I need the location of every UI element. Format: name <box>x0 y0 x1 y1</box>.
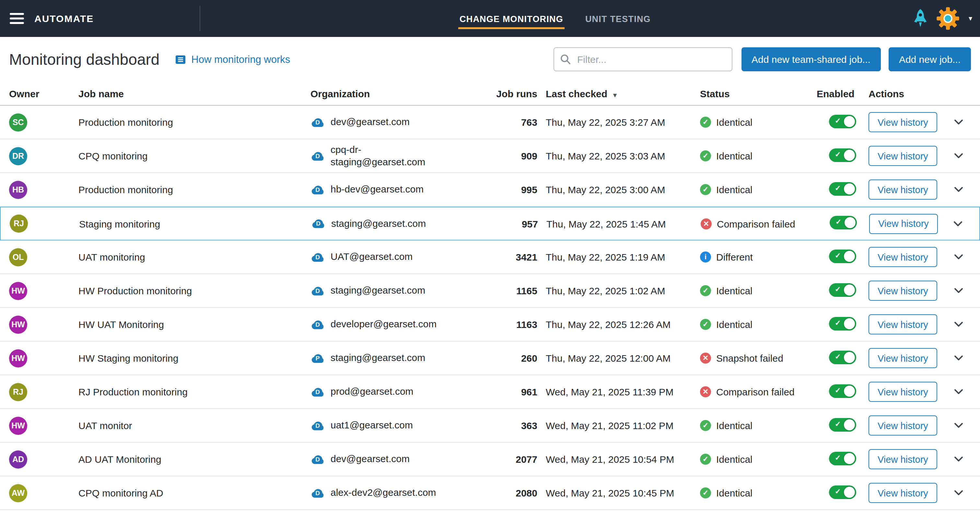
tab-change-monitoring[interactable]: CHANGE MONITORING <box>458 8 565 29</box>
table-row[interactable]: RJ RJ Production monitoring D prod@gears… <box>0 375 980 409</box>
enabled-toggle[interactable]: ✓ <box>830 216 857 229</box>
view-history-button[interactable]: View history <box>869 449 937 469</box>
chevron-down-icon[interactable] <box>953 221 963 226</box>
chevron-down-icon[interactable] <box>954 389 963 395</box>
owner-cell: HW <box>9 282 78 300</box>
enabled-toggle[interactable]: ✓ <box>829 451 856 465</box>
status-cell: ✕ Comparison failed <box>700 386 817 397</box>
status-text: Identical <box>716 117 752 128</box>
org-email: prod@gearset.com <box>331 386 414 398</box>
table-row[interactable]: HW HW Production monitoring D staging@ge… <box>0 274 980 308</box>
org-cloud-icon: D <box>310 185 325 194</box>
table-row[interactable]: HB Production monitoring D hb-dev@gearse… <box>0 173 980 207</box>
view-history-button[interactable]: View history <box>869 314 937 335</box>
status-text: Identical <box>716 319 752 330</box>
toggle-knob <box>844 150 855 161</box>
chevron-down-icon[interactable] <box>954 186 963 193</box>
add-new-job-button[interactable]: Add new job... <box>889 47 971 71</box>
table-row[interactable]: HW UAT monitor D uat1@gearset.com 363 We… <box>0 409 980 443</box>
job-name: AD UAT Monitoring <box>78 454 310 465</box>
chevron-down-icon[interactable] <box>954 254 963 260</box>
table-row[interactable]: HW HW UAT Monitoring D developer@gearset… <box>0 308 980 342</box>
view-history-button[interactable]: View history <box>869 280 937 301</box>
table-row[interactable]: SC Production monitoring D dev@gearset.c… <box>0 106 980 139</box>
enabled-toggle[interactable]: ✓ <box>829 418 856 431</box>
table-row[interactable]: HW HW Staging monitoring P staging@gears… <box>0 342 980 375</box>
view-history-button[interactable]: View history <box>869 146 937 166</box>
org-type-letter: P <box>310 355 325 361</box>
view-history-button[interactable]: View history <box>869 483 937 503</box>
table-row[interactable]: AD AD UAT Monitoring D dev@gearset.com 2… <box>0 443 980 476</box>
book-icon <box>175 54 186 64</box>
how-monitoring-works-label: How monitoring works <box>191 54 290 65</box>
col-last-checked[interactable]: Last checked ▾ <box>537 88 700 99</box>
tab-unit-testing[interactable]: UNIT TESTING <box>584 8 652 29</box>
avatar: RJ <box>9 383 27 401</box>
org-type-letter: D <box>310 288 325 294</box>
view-history-button[interactable]: View history <box>869 382 937 402</box>
enabled-toggle[interactable]: ✓ <box>829 283 856 296</box>
status-text: Comparison failed <box>716 386 795 397</box>
org-email: dev@gearset.com <box>331 453 410 465</box>
user-menu-caret-icon[interactable]: ▾ <box>969 14 972 23</box>
last-checked: Wed, May 21, 2025 11:39 PM <box>537 386 700 397</box>
table-row[interactable]: DR CPQ monitoring D cpq-dr-staging@gears… <box>0 139 980 173</box>
add-team-shared-job-button[interactable]: Add new team-shared job... <box>741 47 881 71</box>
toggle-check-icon: ✓ <box>835 454 841 461</box>
job-runs: 961 <box>492 386 537 397</box>
enabled-toggle[interactable]: ✓ <box>829 384 856 398</box>
chevron-down-icon[interactable] <box>954 153 963 159</box>
view-history-button[interactable]: View history <box>869 213 938 234</box>
chevron-down-icon[interactable] <box>954 456 963 462</box>
view-history-button[interactable]: View history <box>869 348 937 368</box>
enabled-toggle[interactable]: ✓ <box>829 182 856 195</box>
view-history-button[interactable]: View history <box>869 180 937 200</box>
menu-icon[interactable] <box>10 10 24 27</box>
view-history-button[interactable]: View history <box>869 247 937 267</box>
status-text: Identical <box>716 285 752 296</box>
chevron-down-icon[interactable] <box>954 288 963 294</box>
chevron-down-icon[interactable] <box>954 119 963 125</box>
avatar: HW <box>9 315 27 333</box>
actions-cell: View history <box>869 416 971 435</box>
enabled-toggle[interactable]: ✓ <box>829 485 856 499</box>
enabled-toggle[interactable]: ✓ <box>829 148 856 162</box>
enabled-toggle[interactable]: ✓ <box>829 249 856 263</box>
status-icon: ✕ <box>700 352 711 363</box>
chevron-down-icon[interactable] <box>954 422 963 429</box>
enabled-toggle[interactable]: ✓ <box>829 317 856 330</box>
job-runs: 3421 <box>492 252 537 263</box>
toggle-check-icon: ✓ <box>835 285 841 293</box>
org-type-letter: D <box>310 153 325 159</box>
how-monitoring-works-link[interactable]: How monitoring works <box>175 54 290 65</box>
actions-cell: View history <box>869 348 971 368</box>
enabled-cell: ✓ <box>817 384 869 400</box>
table-row[interactable]: RJ Staging monitoring D staging@gearset.… <box>0 207 980 241</box>
view-history-button[interactable]: View history <box>869 416 937 435</box>
status-cell: ✓ Identical <box>700 285 817 296</box>
gear-settings-icon[interactable] <box>936 6 960 30</box>
status-cell: i Different <box>700 252 817 263</box>
org-cloud-icon: D <box>310 252 325 262</box>
chevron-down-icon[interactable] <box>954 322 963 327</box>
chevron-down-icon[interactable] <box>954 490 963 496</box>
job-name: Staging monitoring <box>79 218 311 229</box>
rocket-icon[interactable] <box>913 8 928 29</box>
view-history-button[interactable]: View history <box>869 112 937 132</box>
status-cell: ✓ Identical <box>700 117 817 128</box>
job-runs: 909 <box>492 150 537 161</box>
filter-input[interactable] <box>553 47 732 71</box>
enabled-toggle[interactable]: ✓ <box>829 115 856 128</box>
toggle-check-icon: ✓ <box>835 387 841 394</box>
status-icon: ✕ <box>700 386 711 397</box>
organization-cell: D alex-dev2@gearset.com <box>310 487 492 499</box>
chevron-down-icon[interactable] <box>954 355 963 361</box>
table-row[interactable]: AW CPQ monitoring AD D alex-dev2@gearset… <box>0 476 980 510</box>
job-runs: 363 <box>492 420 537 431</box>
owner-cell: HB <box>9 180 78 199</box>
filter-box <box>553 47 732 71</box>
table-row[interactable]: OL UAT monitoring D UAT@gearset.com 3421… <box>0 241 980 274</box>
enabled-toggle[interactable]: ✓ <box>829 350 856 364</box>
org-type-letter: D <box>310 254 325 260</box>
job-name: UAT monitoring <box>78 252 310 263</box>
